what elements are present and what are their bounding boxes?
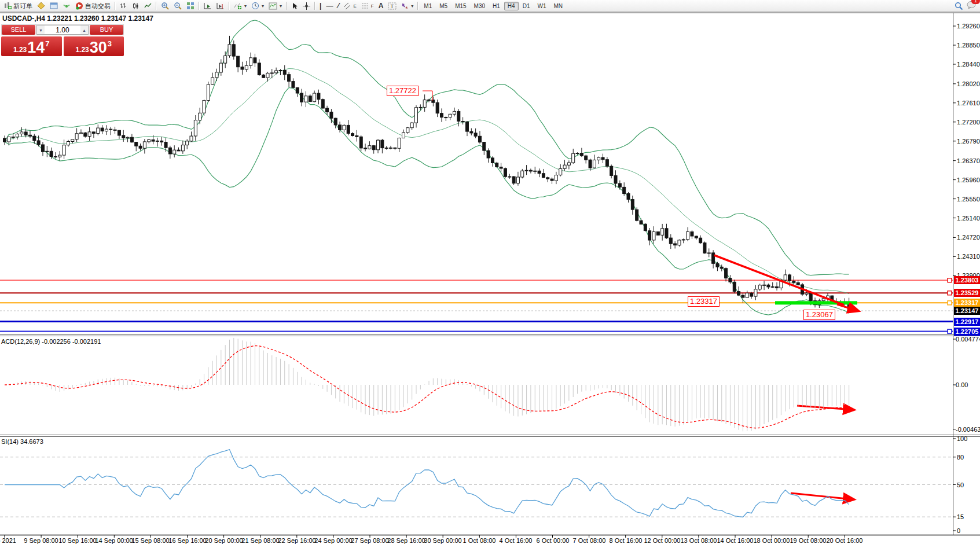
volume-stepper: ▼ ▲ (36, 25, 89, 35)
fibonacci-letter: F (371, 3, 374, 9)
bar-chart-button[interactable] (118, 1, 130, 12)
indicators-button[interactable]: ▾ (232, 1, 249, 12)
buy-price-prefix: 1.23 (75, 46, 89, 54)
hline-icon: — (326, 2, 333, 10)
price-annotation[interactable]: 1.23067 (803, 310, 835, 320)
arrows-button[interactable]: ▾ (399, 1, 416, 12)
fibonacci-button[interactable]: F (359, 1, 376, 12)
chart-shift-button[interactable] (214, 1, 227, 12)
channel-letter: E (353, 3, 356, 9)
price-display: 1.23 14 7 1.23 30 3 (1, 36, 124, 56)
timeframe-d1[interactable]: D1 (519, 2, 534, 10)
sell-price-sup: 7 (45, 39, 49, 48)
notification-badge: 1 (971, 0, 980, 4)
template-icon (269, 2, 277, 10)
toolbar-separator (156, 2, 157, 10)
autotrading-button[interactable]: 自动交易 (73, 1, 113, 12)
toolbar-separator (314, 2, 315, 10)
buy-price-big: 30 (90, 40, 107, 55)
volume-increase-button[interactable]: ▲ (80, 25, 88, 34)
buy-price[interactable]: 1.23 30 3 (64, 36, 124, 56)
sell-button[interactable]: SELL (2, 25, 35, 35)
trendline-button[interactable]: ⁄ (335, 1, 341, 12)
fibonacci-icon (361, 2, 369, 10)
timeframe-m30[interactable]: M30 (471, 2, 489, 10)
market-watch-button[interactable] (47, 1, 60, 12)
signals-button[interactable] (60, 1, 73, 12)
bar-chart-icon (120, 2, 127, 10)
tile-windows-button[interactable] (184, 1, 197, 12)
channel-icon (343, 2, 351, 10)
autotrading-label: 自动交易 (85, 2, 111, 10)
auto-scroll-icon (204, 2, 212, 10)
profile-icon (37, 2, 45, 10)
line-chart-button[interactable] (142, 1, 154, 12)
horizontal-line-button[interactable]: — (324, 1, 335, 12)
sell-price-prefix: 1.23 (13, 46, 27, 54)
timeframe-m15[interactable]: M15 (452, 2, 469, 10)
timeframe-m1[interactable]: M1 (420, 2, 435, 10)
notifications-button[interactable]: 1 (967, 1, 977, 12)
timeframe-w1[interactable]: W1 (534, 2, 549, 10)
timeframe-row: M1M5M15M30H1H4D1W1MN (420, 2, 566, 10)
price-annotation[interactable]: 1.23317 (688, 296, 720, 307)
zoom-in-icon (161, 2, 169, 10)
one-click-trading-panel: SELL ▼ ▲ BUY 1.23 14 7 1.23 30 3 (1, 24, 124, 56)
timeframe-mn[interactable]: MN (550, 2, 566, 10)
candle-chart-button[interactable] (130, 1, 142, 12)
toolbar-separator (115, 2, 116, 10)
toolbar-separator (229, 2, 230, 10)
vertical-line-button[interactable]: | (317, 1, 324, 12)
dropdown-caret: ▾ (411, 3, 413, 9)
candle-chart-icon (132, 2, 140, 10)
autotrading-icon (75, 2, 83, 10)
dropdown-caret: ▾ (262, 3, 264, 9)
buy-price-sup: 3 (108, 39, 112, 48)
new-order-icon (3, 2, 12, 10)
toolbar: 新订单 自动交易 ▾ ▾ ▾ | — (0, 0, 980, 12)
buy-button[interactable]: BUY (90, 25, 123, 35)
new-order-label: 新订单 (13, 2, 32, 10)
indicators-icon (234, 2, 242, 10)
volume-decrease-button[interactable]: ▼ (37, 25, 45, 34)
timeframe-h4[interactable]: H4 (504, 2, 519, 10)
order-controls: SELL ▼ ▲ BUY (1, 24, 124, 35)
templates-button[interactable]: ▾ (266, 1, 284, 12)
chart-canvas[interactable] (0, 0, 980, 544)
volume-input[interactable] (45, 25, 80, 34)
toolbar-separator (199, 2, 200, 10)
timeframe-h1[interactable]: H1 (489, 2, 504, 10)
clock-icon (251, 2, 259, 10)
arrows-icon (401, 2, 409, 10)
search-icon[interactable] (955, 2, 963, 10)
cursor-button[interactable] (289, 1, 300, 12)
signal-icon (63, 2, 71, 10)
sell-price-big: 14 (27, 40, 45, 55)
line-chart-icon (144, 2, 152, 10)
price-annotation[interactable]: 1.27722 (387, 86, 419, 96)
toolbar-separator (286, 2, 287, 10)
mt4-window: 新订单 自动交易 ▾ ▾ ▾ | — (0, 0, 980, 544)
market-watch-icon (50, 2, 58, 10)
svg-text:T: T (391, 3, 394, 9)
toolbar-separator (417, 2, 419, 10)
zoom-out-icon (174, 2, 182, 10)
tile-windows-icon (186, 2, 194, 10)
timeframe-m5[interactable]: M5 (436, 2, 451, 10)
trendline-icon: ⁄ (337, 2, 339, 10)
profiles-button[interactable] (35, 1, 47, 12)
zoom-in-button[interactable] (159, 1, 171, 12)
auto-scroll-button[interactable] (201, 1, 214, 12)
cursor-icon (291, 2, 298, 10)
zoom-out-button[interactable] (171, 1, 184, 12)
text-label-button[interactable]: T (386, 1, 399, 12)
chart-header: USDCAD-,H4 1.23221 1.23260 1.23147 1.231… (2, 14, 153, 23)
crosshair-icon (303, 2, 310, 10)
sell-price[interactable]: 1.23 14 7 (1, 36, 62, 56)
vline-icon: | (320, 2, 321, 10)
text-button[interactable]: A (376, 1, 386, 12)
channel-button[interactable]: E (341, 1, 358, 12)
periods-button[interactable]: ▾ (249, 1, 266, 12)
new-order-button[interactable]: 新订单 (1, 1, 35, 12)
crosshair-button[interactable] (300, 1, 313, 12)
